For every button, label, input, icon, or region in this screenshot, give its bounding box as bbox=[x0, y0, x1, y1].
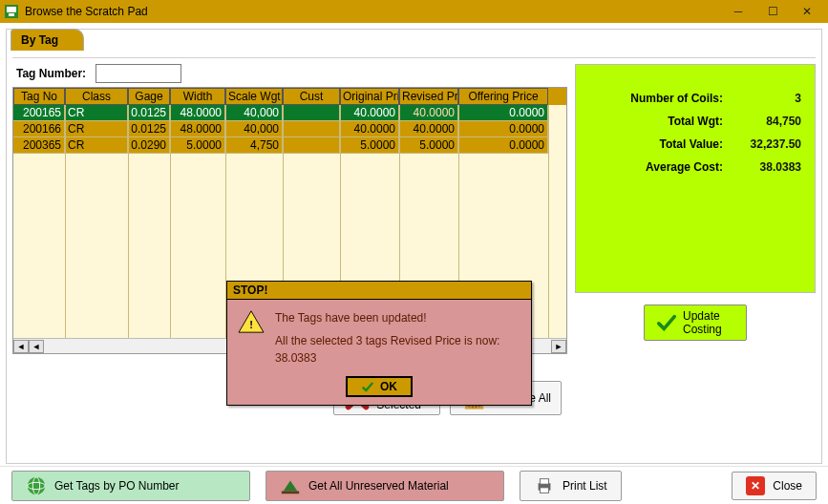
check-icon bbox=[361, 380, 374, 393]
scroll-left-icon[interactable]: ◄ bbox=[13, 340, 29, 353]
cell bbox=[283, 137, 340, 154]
dialog-ok-button[interactable]: OK bbox=[346, 376, 413, 397]
col-class[interactable]: Class bbox=[65, 88, 128, 105]
cell: 5.0000 bbox=[340, 137, 399, 154]
tab-strip: By Tag bbox=[12, 35, 816, 58]
summary-panel: Number of Coils:3 Total Wgt:84,750 Total… bbox=[575, 64, 816, 293]
tag-number-label: Tag Number: bbox=[12, 65, 90, 82]
cell: 40.0000 bbox=[340, 121, 399, 137]
cell: CR bbox=[65, 121, 128, 137]
update-costing-button[interactable]: Update Costing bbox=[644, 304, 747, 341]
col-gage[interactable]: Gage bbox=[128, 88, 170, 105]
cell bbox=[283, 121, 340, 137]
col-revprice[interactable]: Revised Pri bbox=[399, 88, 458, 105]
table-row[interactable]: 200166 CR 0.0125 48.0000 40,000 40.0000 … bbox=[13, 121, 566, 137]
printer-icon bbox=[534, 475, 555, 496]
grid-header: Tag No Class Gage Width Scale Wgt Cust O… bbox=[13, 88, 566, 105]
totalvalue-label: Total Value: bbox=[589, 137, 734, 151]
dialog-text: The Tags have been updated! All the sele… bbox=[275, 309, 521, 367]
ok-label: OK bbox=[380, 380, 397, 393]
close-button[interactable]: ✕ Close bbox=[732, 472, 817, 500]
update-costing-label: Update Costing bbox=[683, 309, 734, 336]
warning-icon: ! bbox=[237, 309, 265, 334]
scroll-right-icon[interactable]: ► bbox=[551, 340, 566, 353]
get-unreserved-label: Get All Unreserved Material bbox=[308, 479, 449, 493]
close-label: Close bbox=[773, 479, 802, 493]
globe-icon bbox=[26, 475, 47, 496]
cell: 4,750 bbox=[225, 137, 283, 154]
cell: 48.0000 bbox=[170, 121, 225, 137]
cell: 40.0000 bbox=[399, 105, 458, 121]
tag-number-input[interactable] bbox=[96, 64, 181, 83]
col-offerprice[interactable]: Offering Price bbox=[458, 88, 548, 105]
tab-by-tag[interactable]: By Tag bbox=[11, 29, 84, 51]
dialog-title: STOP! bbox=[227, 282, 531, 300]
cell: 200365 bbox=[13, 137, 65, 154]
table-row[interactable]: 200365 CR 0.0290 5.0000 4,750 5.0000 5.0… bbox=[13, 137, 566, 154]
cell: 0.0000 bbox=[458, 137, 548, 154]
cell: 5.0000 bbox=[170, 137, 225, 154]
cell: 40.0000 bbox=[340, 105, 399, 121]
totalwgt-value: 84,750 bbox=[734, 115, 801, 128]
col-origprice[interactable]: Original Pri bbox=[340, 88, 399, 105]
window-title: Browse the Scratch Pad bbox=[25, 5, 721, 18]
dialog-line2: All the selected 3 tags Revised Price is… bbox=[275, 332, 521, 367]
cell: 200165 bbox=[13, 105, 65, 121]
print-list-button[interactable]: Print List bbox=[520, 471, 622, 501]
svg-rect-1 bbox=[7, 7, 16, 12]
totalvalue-value: 32,237.50 bbox=[734, 137, 801, 151]
cell: 48.0000 bbox=[170, 105, 225, 121]
svg-rect-11 bbox=[540, 487, 548, 492]
col-cust[interactable]: Cust bbox=[283, 88, 340, 105]
avgcost-value: 38.0383 bbox=[734, 160, 801, 174]
col-tagno[interactable]: Tag No bbox=[13, 88, 65, 105]
right-column: Number of Coils:3 Total Wgt:84,750 Total… bbox=[575, 64, 816, 427]
cell: 40,000 bbox=[225, 121, 283, 137]
cell: 40.0000 bbox=[399, 121, 458, 137]
cell: 0.0290 bbox=[128, 137, 170, 154]
main-panel: By Tag Tag Number: Tag No Class Gage Wid… bbox=[6, 29, 822, 464]
table-row[interactable]: 200165 CR 0.0125 48.0000 40,000 40.0000 … bbox=[13, 105, 566, 121]
cell: 0.0125 bbox=[128, 121, 170, 137]
close-icon: ✕ bbox=[746, 476, 765, 495]
cell: 40,000 bbox=[225, 105, 283, 121]
check-icon bbox=[656, 312, 677, 333]
dialog-line1: The Tags have been updated! bbox=[275, 309, 521, 326]
svg-point-5 bbox=[28, 476, 45, 494]
col-width[interactable]: Width bbox=[170, 88, 225, 105]
cell bbox=[283, 105, 340, 121]
svg-rect-2 bbox=[9, 13, 14, 16]
get-unreserved-button[interactable]: Get All Unreserved Material bbox=[265, 471, 504, 501]
cell: 200166 bbox=[13, 121, 65, 137]
get-tags-by-po-button[interactable]: Get Tags by PO Number bbox=[11, 471, 250, 501]
coils-value: 3 bbox=[734, 92, 801, 105]
col-scalewgt[interactable]: Scale Wgt bbox=[225, 88, 283, 105]
get-tags-po-label: Get Tags by PO Number bbox=[54, 479, 180, 493]
svg-rect-8 bbox=[282, 491, 299, 494]
app-icon bbox=[4, 4, 19, 19]
close-window-button[interactable]: ✕ bbox=[790, 2, 824, 21]
print-list-label: Print List bbox=[563, 479, 607, 493]
cell: 0.0000 bbox=[458, 105, 548, 121]
avgcost-label: Average Cost: bbox=[589, 160, 734, 174]
titlebar: Browse the Scratch Pad ─ ☐ ✕ bbox=[0, 0, 828, 23]
cell: CR bbox=[65, 137, 128, 154]
svg-text:!: ! bbox=[249, 319, 253, 330]
minimize-button[interactable]: ─ bbox=[721, 2, 755, 21]
stop-dialog: STOP! ! The Tags have been updated! All … bbox=[226, 281, 532, 406]
cell: 0.0000 bbox=[458, 121, 548, 137]
material-icon bbox=[280, 475, 301, 496]
bottom-bar: Get Tags by PO Number Get All Unreserved… bbox=[0, 466, 828, 504]
cell: CR bbox=[65, 105, 128, 121]
svg-rect-10 bbox=[540, 478, 548, 484]
coils-label: Number of Coils: bbox=[589, 92, 734, 105]
scroll-left2-icon[interactable]: ◄ bbox=[29, 340, 44, 353]
cell: 0.0125 bbox=[128, 105, 170, 121]
maximize-button[interactable]: ☐ bbox=[755, 2, 790, 21]
cell: 5.0000 bbox=[399, 137, 458, 154]
totalwgt-label: Total Wgt: bbox=[589, 115, 734, 128]
